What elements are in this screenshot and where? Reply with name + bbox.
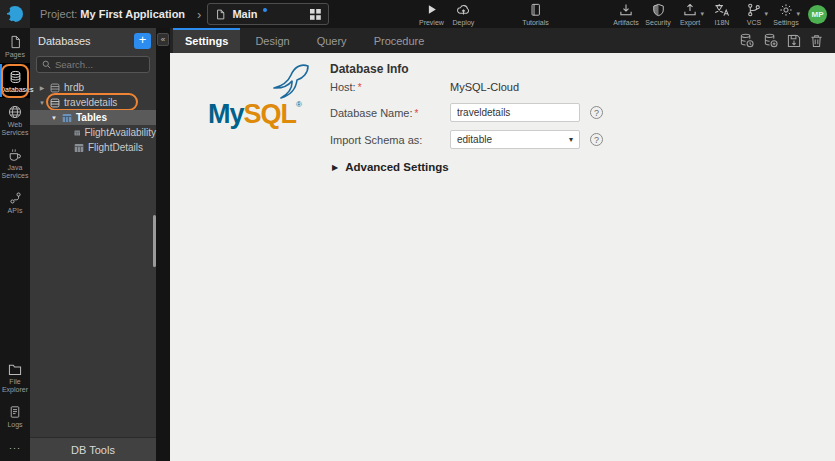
export-upload-icon [683, 3, 697, 17]
page-icon [215, 8, 226, 21]
preview-play-icon [425, 3, 438, 16]
add-database-button[interactable]: + [134, 33, 151, 49]
select-caret-icon: ▾ [569, 135, 573, 144]
reimport-database-icon[interactable] [739, 33, 754, 48]
i18n-label: I18N [715, 19, 730, 26]
mysql-dolphin-icon [262, 63, 314, 101]
page-tab-label: Main [232, 8, 257, 20]
sidebar-item-apis[interactable]: APIs [0, 184, 30, 219]
unsaved-indicator-dot [263, 8, 267, 12]
settings-button[interactable]: ▾ Settings [770, 3, 802, 26]
vcs-button[interactable]: ▾ VCS [738, 3, 770, 26]
settings-gear-icon [779, 3, 793, 17]
import-schema-help-icon[interactable]: ? [590, 133, 603, 146]
sidebar-item-web-services[interactable]: Web Services [0, 98, 30, 141]
vcs-caret-icon: ▾ [764, 10, 768, 17]
database-node-icon [50, 83, 60, 93]
artifacts-button[interactable]: Artifacts [610, 3, 642, 26]
project-breadcrumb: Project: My First Application [40, 8, 185, 20]
app-logo[interactable] [0, 0, 30, 28]
vcs-label: VCS [747, 19, 761, 26]
section-title: Database Info [330, 62, 409, 76]
sidebar-item-java-services[interactable]: Java Services [0, 141, 30, 184]
tree-node-flightdetails[interactable]: FlightDetails [30, 140, 156, 155]
sidebar-item-file-explorer[interactable]: File Explorer [0, 356, 30, 398]
tree-node-tables[interactable]: ▼ Tables [30, 110, 156, 125]
settings-content: MySQL® Database Info Host:* MySQL-Cloud … [170, 53, 835, 461]
expanded-caret-icon[interactable]: ▼ [38, 100, 46, 106]
left-sidebar: Pages Databases Web Services Java Servic… [0, 28, 30, 461]
table-icon [74, 128, 80, 138]
deploy-button[interactable]: Deploy [447, 3, 479, 26]
tutorials-book-icon [529, 3, 542, 17]
import-schema-value: editable [457, 134, 492, 145]
export-label: Export [680, 19, 700, 26]
i18n-button[interactable]: I18N [706, 3, 738, 26]
project-label: Project: [40, 8, 77, 20]
tab-settings[interactable]: Settings [173, 28, 240, 53]
sidebar-item-logs[interactable]: Logs [0, 398, 30, 433]
export-button[interactable]: ▾ Export [674, 3, 706, 26]
export-caret-icon: ▾ [700, 10, 704, 17]
tutorials-button[interactable]: Tutorials [519, 3, 551, 26]
import-schema-select[interactable]: editable ▾ [450, 130, 580, 149]
wavemaker-logo-icon [6, 5, 24, 23]
import-schema-row: Import Schema as: editable ▾ ? [330, 130, 603, 149]
tree-node-flightavailability[interactable]: FlightAvailability [30, 125, 156, 140]
update-database-icon[interactable] [763, 33, 778, 48]
panel-scrollbar-thumb[interactable] [153, 215, 156, 267]
panel-edge-strip: « [156, 28, 170, 461]
pages-label: Pages [0, 51, 30, 59]
logs-document-icon [9, 405, 21, 419]
top-bar: Project: My First Application › Main Pre… [0, 0, 835, 28]
advanced-settings-toggle[interactable]: ▶ Advanced Settings [332, 161, 449, 173]
tree-node-label: hrdb [64, 82, 84, 93]
sidebar-item-databases[interactable]: Databases [0, 63, 30, 98]
delete-icon[interactable] [810, 34, 823, 48]
apis-label: APIs [0, 207, 30, 215]
collapsed-caret-icon[interactable]: ▶ [38, 84, 46, 91]
page-tab-main[interactable]: Main [207, 3, 329, 25]
sidebar-more-icon[interactable]: ··· [9, 433, 21, 461]
artifacts-label: Artifacts [613, 19, 638, 26]
expanded-caret-icon[interactable]: ▼ [50, 115, 58, 121]
tree-node-label: traveldetails [64, 97, 117, 108]
tree-node-label: FlightAvailability [84, 127, 156, 138]
deploy-label: Deploy [453, 19, 475, 26]
tab-procedure[interactable]: Procedure [362, 28, 437, 53]
search-input[interactable] [55, 59, 144, 70]
databases-icon [9, 70, 22, 84]
database-tree: ▶ hrdb ▼ traveldetails ▼ Tables [30, 80, 156, 155]
save-icon[interactable] [787, 34, 801, 48]
layout-grid-icon[interactable] [310, 9, 321, 20]
database-name-label: Database Name:* [330, 107, 450, 119]
security-label: Security [645, 19, 670, 26]
vcs-branch-icon [747, 3, 761, 17]
host-label: Host:* [330, 81, 450, 93]
tree-node-traveldetails[interactable]: ▼ traveldetails [30, 95, 156, 110]
preview-button[interactable]: Preview [415, 3, 447, 26]
preview-label: Preview [419, 19, 444, 26]
databases-panel-title: Databases [38, 35, 134, 47]
required-asterisk: * [358, 82, 362, 93]
collapse-panel-button[interactable]: « [157, 33, 169, 46]
file-explorer-folder-icon [8, 363, 22, 376]
java-services-label: Java Services [0, 164, 30, 180]
database-name-help-icon[interactable]: ? [590, 106, 603, 119]
security-shield-icon [652, 3, 665, 17]
java-services-coffee-icon [8, 148, 22, 162]
mysql-sql-text: SQL [244, 99, 297, 129]
settings-caret-icon: ▾ [796, 10, 800, 17]
security-button[interactable]: Security [642, 3, 674, 26]
tree-node-hrdb[interactable]: ▶ hrdb [30, 80, 156, 95]
registered-mark: ® [296, 100, 301, 109]
user-avatar[interactable]: MP [808, 5, 827, 24]
db-tools-button[interactable]: DB Tools [30, 437, 156, 461]
tab-query[interactable]: Query [305, 28, 359, 53]
mysql-wordmark: MySQL® [208, 101, 301, 128]
mysql-my-text: My [208, 99, 244, 129]
topbar-right-actions: Artifacts Security ▾ Export I18N [610, 3, 835, 26]
tab-design[interactable]: Design [243, 28, 301, 53]
database-name-input[interactable] [450, 103, 580, 122]
sidebar-item-pages[interactable]: Pages [0, 28, 30, 63]
